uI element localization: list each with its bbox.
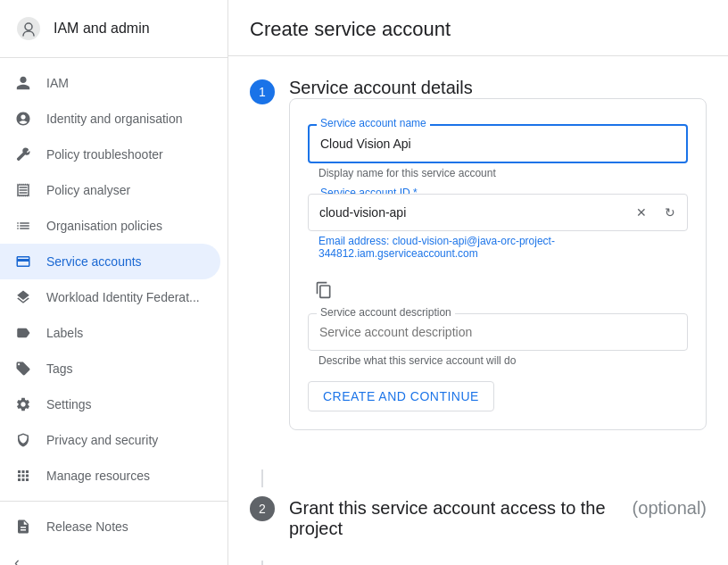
sidebar-item-policy-analyser[interactable]: Policy analyser	[0, 172, 220, 208]
step-1-title: Service account details	[289, 78, 707, 98]
sidebar-item-policy-analyser-label: Policy analyser	[46, 183, 130, 197]
sidebar-item-manage-resources-label: Manage resources	[46, 469, 150, 483]
step-separator-2	[261, 561, 263, 565]
sidebar-item-release-notes-label: Release Notes	[46, 519, 128, 534]
sidebar-item-tags-label: Tags	[46, 361, 73, 376]
create-button-wrapper: CREATE AND CONTINUE	[308, 381, 688, 411]
id-field-row: ✕ ↻	[308, 194, 688, 231]
sidebar-item-privacy-label: Privacy and security	[46, 433, 158, 447]
step-2: 2 Grant this service account access to t…	[250, 494, 707, 539]
sidebar-item-workload-identity[interactable]: Workload Identity Federat...	[0, 279, 220, 315]
sidebar-title: IAM and admin	[54, 21, 150, 37]
service-account-desc-group: Service account description Describe wha…	[308, 313, 688, 367]
sidebar-item-policy-troubleshooter-label: Policy troubleshooter	[46, 147, 163, 162]
document-icon	[14, 518, 32, 536]
clear-icon[interactable]: ✕	[631, 202, 652, 223]
shield-icon	[14, 431, 32, 449]
sidebar-item-release-notes[interactable]: Release Notes	[0, 509, 220, 544]
step-2-subtitle: (optional)	[633, 498, 707, 519]
sidebar-item-service-accounts[interactable]: Service accounts	[0, 244, 220, 279]
sidebar-item-settings-label: Settings	[46, 397, 92, 411]
id-field-icons: ✕ ↻	[631, 202, 681, 223]
sidebar-nav: IAM Identity and organisation Policy tro…	[0, 58, 228, 501]
iam-admin-icon	[14, 14, 43, 43]
name-hint: Display name for this service account	[308, 167, 688, 179]
service-account-name-group: Service account name Display name for th…	[308, 124, 688, 179]
sidebar-item-org-policies[interactable]: Organisation policies	[0, 208, 220, 244]
service-account-id-group: Service account ID * ✕ ↻ Email address: …	[308, 194, 688, 260]
sidebar-item-service-accounts-label: Service accounts	[46, 254, 142, 269]
desc-hint: Describe what this service account will …	[308, 354, 688, 367]
create-and-continue-button[interactable]: CREATE AND CONTINUE	[308, 381, 494, 411]
sidebar-item-settings[interactable]: Settings	[0, 386, 220, 422]
main-content-area: Create service account 1 Service account…	[228, 0, 728, 565]
sidebar-item-tags[interactable]: Tags	[0, 351, 220, 386]
person-icon	[14, 74, 32, 92]
tag-icon	[14, 360, 32, 378]
sidebar-item-privacy[interactable]: Privacy and security	[0, 422, 220, 458]
step-1-content: Service account details Service account …	[289, 78, 707, 448]
service-account-name-input[interactable]	[308, 124, 688, 163]
chevron-left-icon: ‹	[14, 553, 20, 565]
sidebar-item-workload-identity-label: Workload Identity Federat...	[46, 290, 200, 304]
main-form: 1 Service account details Service accoun…	[228, 56, 728, 565]
sidebar-footer: Release Notes ‹	[0, 501, 228, 565]
service-account-desc-input[interactable]	[308, 313, 688, 351]
list-icon	[14, 217, 32, 235]
svg-point-0	[17, 17, 40, 40]
sidebar-item-org-policies-label: Organisation policies	[46, 219, 162, 233]
layers-icon	[14, 288, 32, 306]
apps-icon	[14, 467, 32, 485]
sidebar-item-policy-troubleshooter[interactable]: Policy troubleshooter	[0, 137, 220, 172]
sidebar-header: IAM and admin	[0, 0, 228, 58]
name-label: Service account name	[317, 117, 430, 129]
step-1: 1 Service account details Service accoun…	[250, 78, 707, 448]
copy-button[interactable]	[308, 274, 340, 306]
step-2-title: Grant this service account access to the…	[289, 498, 625, 539]
sidebar-item-iam[interactable]: IAM	[0, 65, 220, 101]
desc-label: Service account description	[317, 306, 455, 319]
step-2-number: 2	[250, 496, 275, 521]
step-separator-1	[261, 469, 263, 487]
sidebar-item-labels-label: Labels	[46, 326, 83, 340]
sidebar-item-manage-resources[interactable]: Manage resources	[0, 458, 220, 494]
step-1-number: 1	[250, 79, 275, 104]
page-title: Create service account	[228, 0, 728, 56]
credit-card-icon	[14, 253, 32, 270]
sidebar-item-labels[interactable]: Labels	[0, 315, 220, 351]
refresh-icon[interactable]: ↻	[659, 202, 681, 223]
wrench-icon	[14, 145, 32, 163]
step-2-title-row: Grant this service account access to the…	[289, 494, 707, 539]
email-hint: Email address: cloud-vision-api@java-orc…	[308, 235, 688, 260]
sidebar-collapse-button[interactable]: ‹	[0, 544, 228, 565]
sidebar-item-identity-label: Identity and organisation	[46, 112, 183, 126]
account-circle-icon	[14, 110, 32, 128]
sidebar: IAM and admin IAM Identity and organisat…	[0, 0, 228, 565]
label-icon	[14, 324, 32, 342]
settings-icon	[14, 395, 32, 413]
step-1-form: Service account name Display name for th…	[289, 98, 707, 430]
sidebar-item-identity[interactable]: Identity and organisation	[0, 101, 220, 137]
receipt-icon	[14, 181, 32, 199]
sidebar-item-iam-label: IAM	[46, 76, 69, 90]
step-2-content: Grant this service account access to the…	[289, 494, 707, 539]
